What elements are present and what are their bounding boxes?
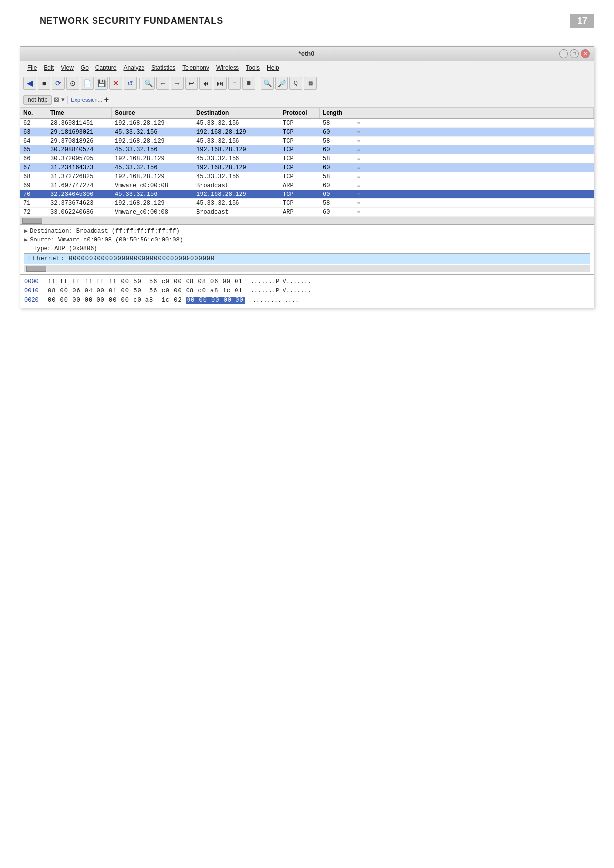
hex-row-1: 0010 08 00 06 04 00 01 00 50 56 c0 00 08… — [24, 287, 590, 296]
table-row[interactable]: 69 31.697747274 Vmware_c0:00:08 Broadcas… — [20, 181, 594, 190]
detail-hscroll-thumb[interactable] — [26, 266, 46, 272]
detail-address-bar: Ethernet: 000000000000000000000000000000… — [24, 253, 590, 264]
cell-no: 67 — [20, 164, 47, 172]
toolbar-start-btn[interactable]: ◀ — [23, 77, 36, 90]
table-row[interactable]: 70 32.234045300 45.33.32.156 192.168.28.… — [20, 190, 594, 199]
cell-scroll: ≡ — [354, 119, 594, 127]
cell-dst: 192.168.28.129 — [193, 146, 280, 154]
menu-telephony[interactable]: Telephony — [179, 63, 212, 72]
table-row[interactable]: 62 28.369811451 192.168.28.129 45.33.32.… — [20, 119, 594, 128]
menu-capture[interactable]: Capture — [93, 63, 120, 72]
cell-len: 58 — [320, 199, 354, 207]
expression-button[interactable]: Expression... — [71, 97, 102, 103]
menu-view[interactable]: View — [58, 63, 77, 72]
toolbar-colorize2-btn[interactable]: ≣ — [242, 77, 255, 90]
maximize-button[interactable]: □ — [570, 49, 579, 58]
toolbar-close-btn[interactable]: ✕ — [109, 77, 122, 90]
cell-dst: 45.33.32.156 — [193, 173, 280, 181]
cell-time: 30.372095705 — [47, 155, 112, 163]
menu-analyze[interactable]: Analyze — [121, 63, 148, 72]
toolbar-open-btn[interactable]: 📄 — [81, 77, 94, 90]
cell-no: 72 — [20, 208, 47, 216]
toolbar-zoom-out-btn[interactable]: 🔍 — [261, 77, 274, 90]
cell-len: 60 — [320, 191, 354, 198]
menu-help[interactable]: Help — [264, 63, 282, 72]
filter-clear-icon[interactable]: ⊠ — [54, 96, 59, 103]
hex-offset-1: 0010 — [24, 287, 42, 296]
cell-proto: TCP — [280, 155, 320, 163]
filter-dropdown-icon[interactable]: ▾ — [61, 96, 65, 103]
table-row[interactable]: 72 33.062240686 Vmware_c0:00:08 Broadcas… — [20, 208, 594, 217]
cell-len: 60 — [320, 182, 354, 190]
hscroll-thumb[interactable] — [22, 218, 42, 224]
menu-wireless[interactable]: Wireless — [213, 63, 242, 72]
toolbar-find-btn[interactable]: 🔍 — [142, 77, 155, 90]
toolbar-colorize-btn[interactable]: ≡ — [228, 77, 241, 90]
col-header-time: Time — [47, 108, 112, 118]
cell-no: 69 — [20, 182, 47, 190]
toolbar-columns-btn[interactable]: ▦ — [304, 77, 317, 90]
toolbar-capture-opts-btn[interactable]: ⊙ — [66, 77, 79, 90]
detail-type-text: Type: ARP (0x0806) — [33, 244, 97, 253]
table-row[interactable]: 66 30.372095705 192.168.28.129 45.33.32.… — [20, 154, 594, 163]
cell-src: 45.33.32.156 — [112, 146, 193, 154]
detail-hscrollbar[interactable] — [24, 265, 590, 272]
cell-src: 192.168.28.129 — [112, 155, 193, 163]
cell-src: 192.168.28.129 — [112, 173, 193, 181]
table-row[interactable]: 68 31.372726825 192.168.28.129 45.33.32.… — [20, 172, 594, 181]
minimize-button[interactable]: – — [559, 49, 568, 58]
cell-dst: Broadcast — [193, 182, 280, 190]
cell-time: 32.373674623 — [47, 199, 112, 207]
menu-go[interactable]: Go — [78, 63, 92, 72]
cell-proto: TCP — [280, 191, 320, 198]
toolbar-prev-btn[interactable]: ⏮ — [199, 77, 212, 90]
toolbar-jump-btn[interactable]: ↩ — [185, 77, 198, 90]
detail-row-source[interactable]: ▶ Source: Vmware_c0:00:08 (00:50:56:c0:0… — [24, 236, 590, 244]
packet-list-hscrollbar[interactable] — [20, 217, 594, 224]
cell-src: 45.33.32.156 — [112, 164, 193, 172]
menu-statistics[interactable]: Statistics — [148, 63, 178, 72]
detail-source-text: Source: Vmware_c0:00:08 (00:50:56:c0:00:… — [30, 236, 183, 244]
toolbar-refresh-btn[interactable]: ⟳ — [52, 77, 65, 90]
expand-arrow-src[interactable]: ▶ — [24, 236, 28, 244]
table-row[interactable]: 67 31.234164373 45.33.32.156 192.168.28.… — [20, 163, 594, 172]
cell-no: 64 — [20, 137, 47, 145]
menu-edit[interactable]: Edit — [41, 63, 57, 72]
toolbar-back-btn[interactable]: ← — [156, 77, 169, 90]
cell-time: 32.234045300 — [47, 191, 112, 198]
detail-destination-text: Destination: Broadcast (ff:ff:ff:ff:ff:f… — [30, 227, 179, 236]
cell-scroll: ≡ — [354, 199, 594, 207]
cell-len: 60 — [320, 146, 354, 154]
toolbar-zoom-normal-btn[interactable]: Q — [289, 77, 302, 90]
col-header-len: Length — [320, 108, 354, 118]
cell-src: 192.168.28.129 — [112, 137, 193, 145]
table-row[interactable]: 63 29.181693021 45.33.32.156 192.168.28.… — [20, 128, 594, 137]
col-header-info — [354, 108, 594, 118]
toolbar-stop-btn[interactable]: ■ — [38, 77, 50, 90]
menu-file[interactable]: File — [24, 63, 40, 72]
detail-pane: ▶ Destination: Broadcast (ff:ff:ff:ff:ff… — [20, 224, 594, 275]
cell-src: Vmware_c0:00:08 — [112, 182, 193, 190]
detail-row-destination[interactable]: ▶ Destination: Broadcast (ff:ff:ff:ff:ff… — [24, 227, 590, 236]
cell-len: 60 — [320, 208, 354, 216]
cell-src: 192.168.28.129 — [112, 119, 193, 127]
cell-dst: 45.33.32.156 — [193, 155, 280, 163]
table-row[interactable]: 71 32.373674623 192.168.28.129 45.33.32.… — [20, 199, 594, 208]
table-row[interactable]: 65 30.208840574 45.33.32.156 192.168.28.… — [20, 145, 594, 154]
table-row[interactable]: 64 29.370818926 192.168.28.129 45.33.32.… — [20, 137, 594, 145]
col-header-dst: Destination — [193, 108, 280, 118]
filter-plus-btn[interactable]: + — [104, 96, 109, 104]
cell-proto: ARP — [280, 208, 320, 216]
toolbar-zoom-in-btn[interactable]: 🔎 — [275, 77, 288, 90]
cell-proto: TCP — [280, 128, 320, 136]
toolbar-fwd-btn[interactable]: → — [171, 77, 184, 90]
toolbar-next-btn[interactable]: ⏭ — [214, 77, 227, 90]
menu-tools[interactable]: Tools — [243, 63, 263, 72]
toolbar-save-btn[interactable]: 💾 — [95, 77, 108, 90]
close-button[interactable]: ✕ — [581, 49, 590, 58]
cell-scroll: ≡ — [354, 155, 594, 163]
expand-arrow-dst[interactable]: ▶ — [24, 227, 28, 236]
cell-time: 29.181693021 — [47, 128, 112, 136]
toolbar-reload-btn[interactable]: ↺ — [124, 77, 137, 90]
hex-highlight: 00 00 00 00 00 — [186, 297, 245, 304]
